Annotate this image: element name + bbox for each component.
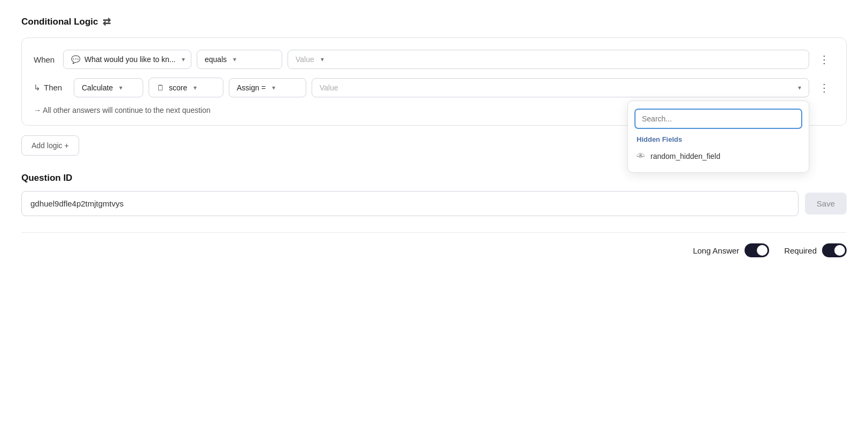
when-value-placeholder: Value [296,55,314,64]
section-title: Conditional Logic ⇄ [21,16,847,28]
then-value-wrapper: Value ▾ Hidden Fields 👁 random_hidden_fi… [312,78,809,97]
assign-dropdown-text: Assign = [237,83,266,92]
operator-dropdown-text: equals [205,55,227,64]
popup-hidden-field-item[interactable]: 👁 random_hidden_field [628,147,809,166]
add-logic-button[interactable]: Add logic + [21,135,79,156]
operator-dropdown-chevron: ▾ [233,56,236,63]
shuffle-icon: ⇄ [103,16,111,28]
when-row: When 💬 What would you like to kn... ▾ eq… [34,50,834,69]
long-answer-toggle-group: Long Answer [693,243,769,257]
bottom-row: Long Answer Required [21,243,847,257]
section-divider [21,232,847,233]
calculate-dropdown-chevron: ▾ [119,84,122,91]
required-toggle-group: Required [784,243,847,257]
long-answer-label: Long Answer [693,246,739,255]
when-label: When [34,55,58,64]
then-value-chevron: ▾ [798,84,801,91]
question-dropdown-chevron: ▾ [182,56,185,63]
calculate-dropdown[interactable]: Calculate ▾ [74,78,143,97]
popup-search-input[interactable] [634,109,802,129]
other-answers-text: → All other answers will continue to the… [34,106,211,114]
question-id-title: Question ID [21,173,847,183]
question-id-section: Question ID Save [21,173,847,216]
add-logic-label: Add logic + [32,141,69,150]
required-label: Required [784,246,817,255]
popup-section-label: Hidden Fields [628,133,809,147]
question-dropdown[interactable]: 💬 What would you like to kn... ▾ [63,50,191,69]
then-row-more-menu[interactable]: ⋮ [815,79,834,96]
operator-dropdown[interactable]: equals ▾ [197,50,282,69]
value-dropdown-popup: Hidden Fields 👁 random_hidden_field [627,101,809,173]
question-id-row: Save [21,191,847,216]
score-dropdown[interactable]: 🗒 score ▾ [149,78,223,97]
score-dropdown-chevron: ▾ [193,84,197,91]
question-dropdown-icon: 💬 [71,55,80,64]
assign-dropdown[interactable]: Assign = ▾ [229,78,306,97]
hidden-field-icon: 👁 [637,151,645,161]
then-value-placeholder: Value [320,83,792,92]
popup-item-label: random_hidden_field [650,152,720,160]
required-toggle[interactable] [822,243,847,257]
then-arrow-icon: ↳ [34,83,41,93]
then-row: ↳ Then Calculate ▾ 🗒 score ▾ Assign = ▾ … [34,78,834,97]
section-title-text: Conditional Logic [21,17,98,27]
when-row-more-menu[interactable]: ⋮ [815,51,834,68]
when-value-chevron: ▾ [321,56,324,63]
assign-dropdown-chevron: ▾ [272,84,275,91]
question-id-input[interactable] [21,191,799,216]
then-label: Then [44,83,68,92]
question-dropdown-text: What would you like to kn... [84,55,175,64]
save-label: Save [817,199,835,208]
score-dropdown-icon: 🗒 [157,83,165,92]
logic-box: When 💬 What would you like to kn... ▾ eq… [21,37,847,126]
then-value-dropdown[interactable]: Value ▾ [312,78,809,97]
save-button[interactable]: Save [805,193,847,215]
score-dropdown-text: score [169,83,187,92]
when-value-dropdown[interactable]: Value ▾ [288,50,809,69]
long-answer-toggle[interactable] [745,243,769,257]
calculate-dropdown-text: Calculate [82,83,113,92]
then-label-wrapper: ↳ Then [34,83,68,93]
